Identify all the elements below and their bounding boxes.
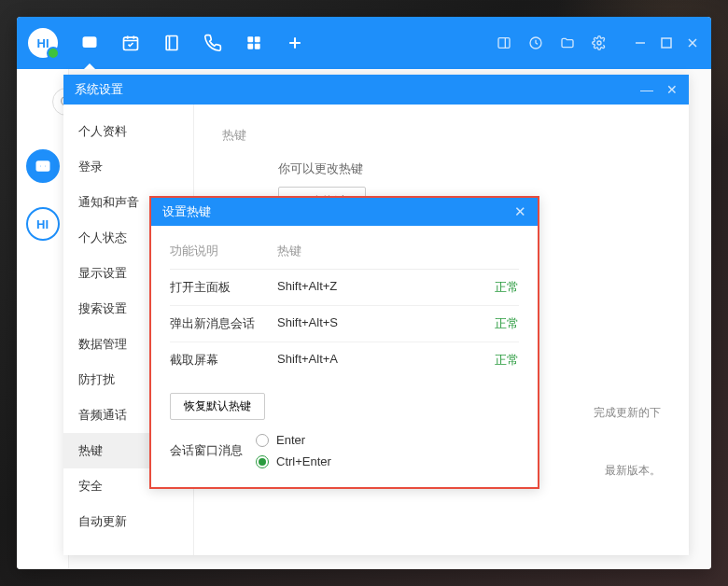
contact-avatar-2[interactable]: HI [26, 207, 60, 241]
svg-rect-3 [166, 36, 177, 50]
hotkey-key[interactable]: Shift+Alt+S [277, 315, 472, 332]
svg-text:HI: HI [86, 38, 93, 47]
send-option[interactable]: Ctrl+Enter [256, 454, 331, 468]
calendar-icon[interactable] [121, 34, 140, 52]
hotkey-key[interactable]: Shift+Alt+Z [277, 279, 472, 296]
phone-icon[interactable] [203, 34, 222, 52]
hotkey-table-head: 功能说明 热键 [170, 243, 519, 269]
svg-point-14 [44, 165, 47, 168]
hotkey-key[interactable]: Shift+Alt+A [277, 352, 472, 369]
hotkey-close-button[interactable]: ✕ [514, 203, 526, 220]
svg-rect-7 [255, 44, 260, 49]
svg-rect-5 [255, 36, 260, 42]
send-option-label: Enter [276, 433, 305, 447]
radio-icon[interactable] [256, 434, 269, 447]
user-avatar[interactable]: HI [28, 28, 58, 58]
hotkey-dialog-title: 设置热键 [162, 203, 211, 220]
svg-point-10 [597, 41, 601, 45]
radio-icon[interactable] [256, 455, 269, 468]
hotkey-col-func: 功能说明 [170, 243, 277, 259]
titlebar: HI HI [17, 17, 711, 69]
sidebar-item[interactable]: 个人资料 [63, 114, 193, 149]
hotkey-row: 弹出新消息会话Shift+Alt+S正常 [170, 305, 519, 342]
send-label: 会话窗口消息 [170, 442, 243, 459]
hotkey-status: 正常 [472, 279, 519, 296]
left-pane: HI [17, 69, 69, 569]
settings-dialog-title: 系统设置 [75, 81, 123, 98]
hotkey-col-key: 热键 [277, 243, 519, 259]
hotkey-dialog: 设置热键 ✕ 功能说明 热键 打开主面板Shift+Alt+Z正常弹出新消息会话… [149, 196, 539, 489]
svg-rect-8 [498, 38, 510, 49]
settings-minimize-button[interactable]: — [640, 83, 653, 96]
history-icon[interactable] [528, 35, 543, 50]
hotkey-status: 正常 [472, 315, 519, 332]
hotkey-func: 打开主面板 [170, 279, 277, 296]
send-option-label: Ctrl+Enter [276, 454, 331, 468]
sidebar-item[interactable]: 自动更新 [63, 504, 193, 539]
notebook-icon[interactable] [162, 34, 181, 52]
svg-rect-12 [35, 160, 49, 172]
svg-rect-4 [247, 36, 253, 42]
hotkey-func: 截取屏幕 [170, 352, 277, 369]
chat-icon[interactable]: HI [80, 34, 99, 52]
settings-section-label: 热键 [222, 128, 246, 142]
hotkey-dialog-header: 设置热键 ✕ [151, 198, 538, 226]
contact-avatar-1[interactable] [26, 149, 60, 183]
settings-dialog-header: 系统设置 — ✕ [63, 75, 689, 105]
folder-icon[interactable] [560, 35, 575, 50]
sidebar-item[interactable]: 登录 [63, 149, 193, 185]
restore-default-button[interactable]: 恢复默认热键 [170, 393, 265, 420]
svg-rect-2 [124, 37, 138, 49]
hotkey-body: 功能说明 热键 打开主面板Shift+Alt+Z正常弹出新消息会话Shift+A… [151, 226, 538, 487]
hotkey-func: 弹出新消息会话 [170, 315, 277, 332]
close-button[interactable] [685, 35, 700, 50]
add-icon[interactable] [286, 34, 304, 52]
hotkey-row: 截取屏幕Shift+Alt+A正常 [170, 342, 519, 378]
maximize-button[interactable] [659, 35, 674, 50]
hotkey-status: 正常 [472, 352, 519, 369]
svg-rect-6 [247, 44, 253, 49]
minimize-button[interactable] [633, 35, 648, 50]
apps-icon[interactable] [245, 34, 263, 52]
panel-icon[interactable] [497, 35, 511, 50]
gear-icon[interactable] [592, 35, 607, 50]
hotkey-row: 打开主面板Shift+Alt+Z正常 [170, 269, 519, 305]
svg-rect-11 [662, 38, 671, 48]
titlebar-left: HI HI [28, 28, 304, 58]
window-controls [633, 35, 700, 50]
svg-point-13 [39, 165, 42, 168]
settings-change-text: 你可以更改热键 [278, 160, 661, 177]
titlebar-right [497, 35, 700, 50]
send-option[interactable]: Enter [256, 433, 331, 447]
settings-close-button[interactable]: ✕ [666, 83, 678, 96]
hotkey-send-section: 会话窗口消息 EnterCtrl+Enter [170, 433, 519, 468]
